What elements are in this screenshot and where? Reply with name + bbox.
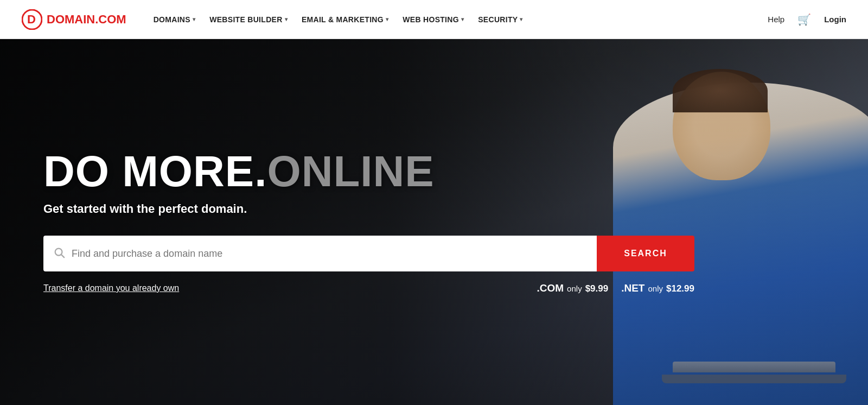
hero-bottom-row: Transfer a domain you already own .COM o… xyxy=(43,282,694,294)
pricing-net: .NET only $12.99 xyxy=(621,282,694,294)
chevron-down-icon: ▾ xyxy=(386,16,388,22)
net-tld: .NET xyxy=(621,282,644,294)
logo[interactable]: D DOMAIN.COM xyxy=(22,9,126,30)
navbar: D DOMAIN.COM DOMAINS ▾ WEBSITE BUILDER ▾… xyxy=(0,0,868,39)
search-input-wrapper xyxy=(43,236,597,271)
chevron-down-icon: ▾ xyxy=(520,16,522,22)
login-button[interactable]: Login xyxy=(824,15,846,24)
hero-title: DO MORE.ONLINE xyxy=(43,150,435,193)
chevron-down-icon: ▾ xyxy=(285,16,288,22)
logo-icon: D xyxy=(22,9,42,30)
pricing-info: .COM only $9.99 .NET only $12.99 xyxy=(537,282,695,294)
cart-icon[interactable]: 🛒 xyxy=(797,13,811,26)
hero-title-online: ONLINE xyxy=(267,147,434,195)
svg-text:D: D xyxy=(27,12,36,26)
nav-links: DOMAINS ▾ WEBSITE BUILDER ▾ EMAIL & MARK… xyxy=(148,12,768,27)
com-price: $9.99 xyxy=(585,283,609,294)
hero-section: DO MORE.ONLINE Get started with the perf… xyxy=(0,39,868,405)
domain-search-input[interactable] xyxy=(43,236,597,271)
chevron-down-icon: ▾ xyxy=(193,16,195,22)
nav-item-domains[interactable]: DOMAINS ▾ xyxy=(148,12,201,27)
nav-item-website-builder[interactable]: WEBSITE BUILDER ▾ xyxy=(204,12,293,27)
svg-line-3 xyxy=(61,255,64,257)
nav-item-security[interactable]: SECURITY ▾ xyxy=(473,12,528,27)
net-label: only xyxy=(648,284,663,293)
com-label: only xyxy=(567,284,582,293)
transfer-domain-link[interactable]: Transfer a domain you already own xyxy=(43,283,179,293)
hero-content: DO MORE.ONLINE Get started with the perf… xyxy=(0,39,868,405)
search-icon xyxy=(53,246,65,261)
chevron-down-icon: ▾ xyxy=(461,16,464,22)
search-button[interactable]: SEARCH xyxy=(597,236,694,271)
logo-text: DOMAIN.COM xyxy=(47,12,126,27)
hero-subtitle: Get started with the perfect domain. xyxy=(43,202,247,216)
net-price: $12.99 xyxy=(666,283,694,294)
hero-title-main: DO MORE. xyxy=(43,147,267,195)
nav-item-email-marketing[interactable]: EMAIL & MARKETING ▾ xyxy=(296,12,394,27)
pricing-com: .COM only $9.99 xyxy=(537,282,609,294)
com-tld: .COM xyxy=(537,282,564,294)
nav-right: Help 🛒 Login xyxy=(768,13,846,26)
help-link[interactable]: Help xyxy=(768,15,784,24)
search-bar: SEARCH xyxy=(43,236,694,271)
nav-item-web-hosting[interactable]: WEB HOSTING ▾ xyxy=(397,12,469,27)
